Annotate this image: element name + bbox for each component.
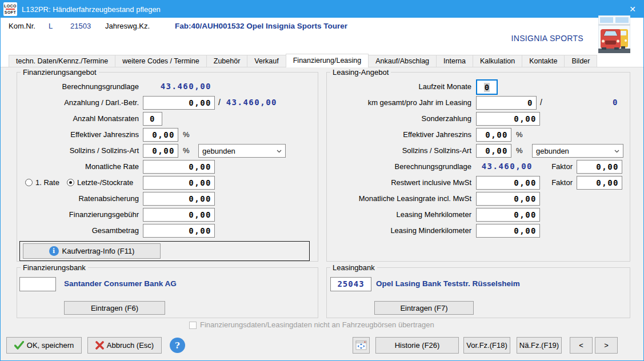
finance-row-ratenabsicherung: Ratenabsicherung 0,00 — [17, 192, 318, 206]
move-window-button[interactable] — [353, 337, 370, 354]
lea-eff-zins-input[interactable]: 0,00 — [476, 128, 511, 142]
finance-row-eff-zins: Effektiver Jahreszins 0,00 % — [17, 128, 318, 142]
window-title: L132PR: Händlerfahrzeugbestand pflegen — [22, 5, 161, 14]
dialog-window: LOCO SOFT L132PR: Händlerfahrzeugbestand… — [0, 0, 644, 361]
tab-kalkulation[interactable]: Kalkulation — [473, 55, 522, 67]
tab-kontakte[interactable]: Kontakte — [522, 55, 565, 67]
leasing-row-laufzeit: Laufzeit Monate 0 — [327, 80, 630, 94]
kaufvertrag-info-label: Kaufvertrag-Info (F11) — [62, 247, 135, 255]
faktor-label-2: Faktor — [544, 178, 573, 187]
fin-sollzins-input[interactable]: 0,00 — [143, 144, 178, 158]
finance-row-gebuehr: Finanzierungsgebühr 0,00 — [17, 208, 318, 222]
lea-sollzins-art-select[interactable]: gebunden — [532, 144, 623, 158]
anzahlung-input[interactable]: 0,00 — [143, 96, 215, 110]
finance-group: Finanzierungsangebot Berechnungsgrundlag… — [17, 72, 318, 262]
km-separator: / — [540, 98, 542, 107]
leasing-row-restwert: Restwert inclusive MwSt 0,00 Faktor 0,00 — [327, 176, 630, 190]
finance-row-sollzins: Sollzins / Sollzins-Art 0,00 % gebunden — [17, 144, 318, 158]
leasing-row-minderkm: Leasing Minderkilometer 0,00 — [327, 224, 630, 238]
chevron-down-icon — [614, 150, 619, 153]
abbruch-button[interactable]: Abbruch (Esc) — [87, 337, 162, 354]
help-button[interactable]: ? — [170, 338, 185, 353]
radio-erste-rate[interactable] — [25, 179, 33, 186]
tab-zubehoer[interactable]: Zubehör — [206, 55, 248, 67]
tab-weitere-codes[interactable]: weitere Codes / Termine — [115, 55, 207, 67]
check-icon — [14, 341, 24, 350]
fin-sollzins-art-select[interactable]: gebunden — [198, 144, 286, 158]
locosoft-logo-icon: LOCO SOFT — [3, 2, 17, 16]
faktor-label-1: Faktor — [544, 162, 573, 171]
mehrkm-input[interactable]: 0,00 — [476, 208, 540, 222]
km-gesamt-input[interactable]: 0 — [476, 96, 537, 110]
kaufvertrag-info-button[interactable]: i Kaufvertrag-Info (F11) — [23, 243, 161, 259]
vehicle-description: Fab:40/AUH001532 Opel Insignia Sports To… — [175, 22, 347, 30]
radio-letzte-stockrate-label: Letzte-/Stockrate — [77, 178, 133, 187]
radio-letzte-stockrate[interactable] — [67, 179, 74, 186]
close-icon[interactable]: ✕ — [626, 3, 639, 15]
leasing-row-berechnungsgrundlage: Berechnungsgrundlage 43.460,00 Faktor 0,… — [327, 160, 630, 174]
gesamtbetrag-input[interactable]: 0,00 — [143, 224, 215, 238]
nae-fz-button[interactable]: Nä.Fz.(F19) — [517, 337, 562, 354]
sonderzahlung-label: Sonderzahlung — [422, 114, 471, 123]
gebuehr-label: Finanzierungsgebühr — [69, 210, 139, 219]
km-pro-jahr-value: 0 — [555, 98, 618, 107]
prev-button[interactable]: < — [570, 337, 593, 354]
minderkm-label: Leasing Minderkilometer — [390, 226, 471, 235]
leasing-group-title: Leasing-Angebot — [330, 68, 391, 77]
finance-row-monatsraten: Anzahl Monatsraten 0 — [17, 112, 318, 126]
mehrkm-label: Leasing Mehrkilometer — [396, 210, 471, 219]
leasingrate-input[interactable]: 0,00 — [476, 192, 540, 206]
historie-label: Historie (F26) — [395, 341, 440, 350]
stockrate-input[interactable]: 0,00 — [143, 176, 215, 190]
eintragen-f6-button[interactable]: Eintragen (F6) — [64, 301, 165, 315]
fin-sollzins-label: Sollzins / Sollzins-Art — [70, 146, 139, 155]
lea-sollzins-unit: % — [516, 146, 523, 155]
tab-bar: techn. Daten/Kennz./Termine weitere Code… — [1, 54, 643, 67]
leasing-group: Leasing-Angebot Laufzeit Monate 0 km ges… — [326, 72, 630, 262]
boersen-checkbox[interactable] — [189, 322, 197, 329]
sonderzahlung-input[interactable]: 0,00 — [476, 112, 540, 126]
monatliche-rate-label: Monatliche Rate — [85, 162, 139, 171]
monatliche-rate-input[interactable]: 0,00 — [143, 160, 215, 174]
faktor-input-1[interactable]: 0,00 — [577, 160, 622, 174]
finance-bank-code-input[interactable] — [19, 277, 56, 291]
gebuehr-input[interactable]: 0,00 — [143, 208, 215, 222]
kaufvertrag-info-frame: i Kaufvertrag-Info (F11) — [19, 241, 310, 261]
anzahlung-label: Anzahlung / Darl.-Betr. — [64, 98, 139, 107]
finance-row-berechnungsgrundlage: Berechnungsgrundlage 43.460,00 — [17, 80, 318, 94]
jahreswg-label: Jahreswg.Kz. — [105, 22, 150, 30]
kom-nr-type: L — [49, 22, 53, 30]
faktor-input-2[interactable]: 0,00 — [577, 176, 622, 190]
restwert-input[interactable]: 0,00 — [476, 176, 540, 190]
tab-ankauf-abschlag[interactable]: Ankauf/Abschlag — [368, 55, 437, 67]
km-label: km gesamt/pro Jahr im Leasing — [368, 98, 471, 107]
vor-fz-button[interactable]: Vor.Fz.(F18) — [463, 337, 510, 354]
finance-group-title: Finanzierungsangebot — [21, 68, 99, 77]
logo-text-bottom: SOFT — [5, 10, 16, 14]
gesamtbetrag-label: Gesamtbetrag — [92, 226, 139, 235]
fin-eff-zins-label: Effektiver Jahreszins — [70, 130, 139, 139]
tab-techn-daten[interactable]: techn. Daten/Kennz./Termine — [9, 55, 115, 67]
next-button[interactable]: > — [595, 337, 618, 354]
laufzeit-input[interactable]: 0 — [476, 79, 498, 95]
leasingrate-label: Monatliche Leasingrate incl. MwSt — [359, 194, 471, 203]
minderkm-input[interactable]: 0,00 — [476, 224, 540, 238]
laufzeit-label: Laufzeit Monate — [418, 82, 471, 91]
lea-sollzins-input[interactable]: 0,00 — [476, 144, 511, 158]
move-window-icon — [355, 340, 367, 351]
tab-interna[interactable]: Interna — [436, 55, 473, 67]
tab-finanzierung-leasing[interactable]: Finanzierung/Leasing — [286, 54, 369, 67]
tab-bilder[interactable]: Bilder — [564, 55, 597, 67]
tab-verkauf[interactable]: Verkauf — [247, 55, 286, 67]
next-label: > — [604, 341, 609, 350]
leasing-bank-code-input[interactable]: 25043 — [330, 277, 371, 291]
chevron-down-icon — [277, 150, 282, 153]
ratenabsicherung-input[interactable]: 0,00 — [143, 192, 215, 206]
cancel-x-icon — [95, 341, 104, 350]
eintragen-f7-button[interactable]: Eintragen (F7) — [374, 301, 474, 315]
monatsraten-input[interactable]: 0 — [143, 112, 162, 126]
info-icon: i — [49, 246, 59, 256]
ok-speichern-button[interactable]: OK, speichern — [6, 337, 82, 354]
historie-button[interactable]: Historie (F26) — [375, 337, 459, 354]
fin-eff-zins-input[interactable]: 0,00 — [143, 128, 178, 142]
